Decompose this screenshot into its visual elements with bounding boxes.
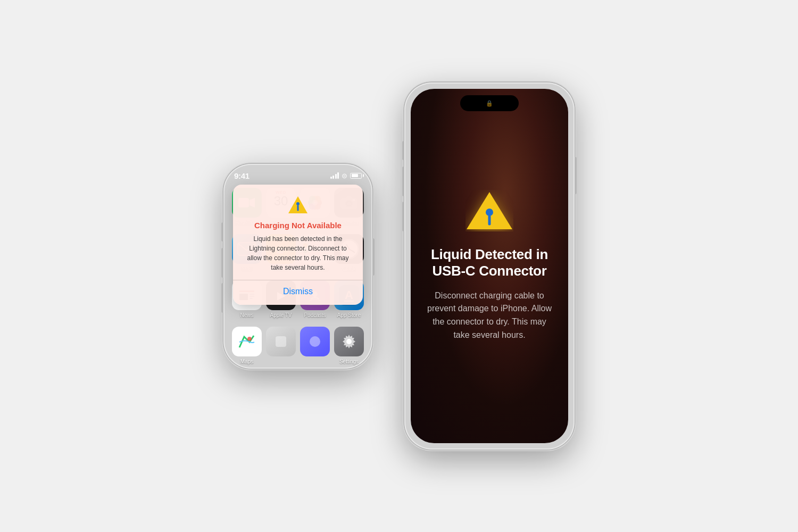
volume-down-button-right[interactable] (402, 167, 404, 196)
power-button-right[interactable] (575, 157, 577, 194)
alert-triangle-icon (287, 195, 309, 214)
appletv-label: Apple TV (270, 312, 292, 318)
lock-screen-body: Disconnect charging cable to prevent dam… (426, 289, 553, 342)
status-icons: ⊜ (330, 172, 362, 180)
phone-right-shell: 🔒 Liquid Detected in USB-C Connector Dis… (404, 82, 575, 450)
warning-triangle-container (466, 190, 513, 234)
phone-right-screen: 🔒 Liquid Detected in USB-C Connector Dis… (411, 89, 568, 443)
app-maps[interactable]: Maps (232, 327, 262, 364)
app-settings[interactable]: Settings (334, 327, 364, 364)
podcasts-label: Podcasts (304, 312, 326, 318)
phone-left-shell: 9:41 ⊜ (223, 164, 372, 369)
phone-right: 🔒 Liquid Detected in USB-C Connector Dis… (404, 82, 575, 450)
news-label: News (240, 312, 253, 318)
status-time: 9:41 (234, 171, 250, 180)
lock-screen: Liquid Detected in USB-C Connector Disco… (411, 89, 568, 443)
signal-icon (330, 172, 339, 179)
status-bar: 9:41 ⊜ (223, 164, 372, 184)
battery-fill (352, 174, 359, 177)
settings-label: Settings (339, 359, 359, 364)
battery-icon (350, 173, 362, 179)
app-placeholder2[interactable] (300, 327, 330, 364)
phone-left-screen: 9:41 ⊜ (223, 164, 372, 369)
alert-title: Charging Not Available (243, 221, 353, 230)
alert-body: Liquid has been detected in the Lightnin… (243, 234, 353, 272)
phone-left: 9:41 ⊜ (223, 164, 372, 369)
svg-point-37 (247, 337, 252, 341)
wifi-icon: ⊜ (342, 172, 347, 180)
placeholder1-icon (266, 327, 296, 356)
svg-point-45 (486, 209, 493, 216)
svg-rect-38 (276, 336, 286, 347)
lock-icon: 🔒 (486, 100, 493, 107)
power-button[interactable] (372, 238, 375, 276)
maps-icon (232, 327, 262, 356)
lock-screen-title: Liquid Detected in USB-C Connector (426, 246, 553, 279)
warning-triangle-large-icon (466, 190, 513, 231)
app-placeholder1[interactable] (266, 327, 296, 364)
maps-label: Maps (240, 359, 253, 364)
alert-dismiss-button[interactable]: Dismiss (243, 287, 353, 296)
dynamic-island-right: 🔒 (460, 95, 519, 111)
placeholder2-icon (300, 327, 330, 356)
settings-icon (334, 327, 364, 356)
charging-alert: Charging Not Available Liquid has been d… (233, 185, 363, 305)
svg-point-42 (296, 202, 300, 205)
appstore-label: App Store (337, 312, 361, 318)
silent-switch-right[interactable] (402, 202, 404, 231)
alert-divider (233, 280, 363, 280)
volume-up-button-right[interactable] (402, 141, 404, 160)
svg-point-39 (310, 336, 320, 347)
